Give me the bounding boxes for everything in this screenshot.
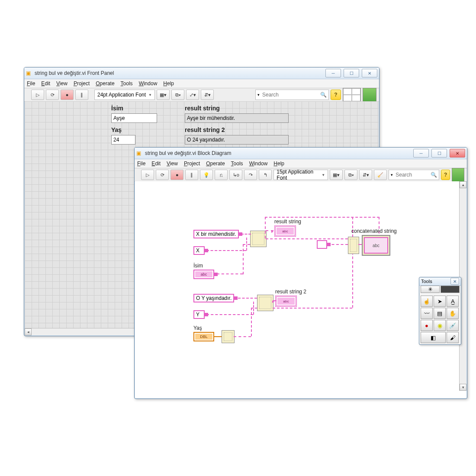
distribute-button[interactable]: ⧉▾ <box>344 170 357 180</box>
menu-file[interactable]: File <box>27 80 35 87</box>
search-icon[interactable]: 🔍 <box>320 92 327 98</box>
connector-pane[interactable] <box>343 88 361 102</box>
font-selector[interactable]: 24pt Application Font ▼ <box>94 90 155 100</box>
control-terminal-yas[interactable]: DBL <box>193 332 214 341</box>
probe-tool-icon[interactable]: ◉ <box>434 320 446 331</box>
block-diagram-menubar[interactable]: File Edit View Project Operate Tools Win… <box>135 159 467 168</box>
control-yas[interactable]: 24 <box>111 135 135 145</box>
block-diagram-titlebar[interactable]: string bul ve değiştir.vi Block Diagram … <box>135 148 467 159</box>
menu-view[interactable]: View <box>167 161 178 167</box>
search-dd-icon[interactable]: ▾ <box>257 93 260 97</box>
pause-button[interactable]: ∥ <box>75 90 88 100</box>
menu-edit[interactable]: Edit <box>151 161 161 167</box>
label-yas: Yaş <box>111 126 122 133</box>
shortcut-tool-icon[interactable]: ▤ <box>434 308 446 319</box>
menu-tools[interactable]: Tools <box>121 80 133 87</box>
reorder-button[interactable]: ⇵▾ <box>201 90 214 100</box>
menu-operate[interactable]: Operate <box>96 80 114 87</box>
help-button[interactable]: ? <box>441 170 450 180</box>
color-tool-brush-icon[interactable]: 🖌 <box>447 332 459 343</box>
search-input[interactable] <box>261 91 318 98</box>
align-button[interactable]: ▦▾ <box>330 170 343 180</box>
text-tool-icon[interactable]: A̲ <box>447 296 459 307</box>
label-isim: İsim <box>111 105 123 112</box>
color-tool-bg-icon[interactable]: ◧ <box>421 332 446 343</box>
string-constant-sentence2[interactable]: O Y yaşındadır. <box>193 294 234 302</box>
scroll-up-icon[interactable]: ▴ <box>460 181 466 188</box>
scroll-tool-icon[interactable]: ✋ <box>447 308 459 319</box>
run-button[interactable]: ▷ <box>31 90 44 100</box>
front-panel-menubar[interactable]: File Edit View Project Operate Tools Win… <box>24 79 379 88</box>
search-icon[interactable]: 🔍 <box>431 172 437 178</box>
block-diagram-area[interactable]: X bir mühendistir. X İsim abc result str… <box>135 181 466 398</box>
step-over-button[interactable]: ↷ <box>244 170 257 180</box>
breakpoint-tool-icon[interactable]: ● <box>421 320 433 331</box>
control-terminal-isim[interactable]: abc <box>193 270 214 279</box>
distribute-button[interactable]: ⧉▾ <box>171 90 184 100</box>
search-replace-node-1[interactable] <box>250 231 267 247</box>
highlight-exec-button[interactable]: 💡 <box>200 170 213 180</box>
concat-strings-node[interactable] <box>348 237 359 254</box>
menu-file[interactable]: File <box>137 161 145 167</box>
wiring-tool-icon[interactable]: 〰 <box>421 308 433 319</box>
resize-button[interactable]: ⤢▾ <box>186 90 199 100</box>
string-constant-empty[interactable] <box>317 240 327 249</box>
minimize-button[interactable]: ─ <box>325 69 341 77</box>
menu-help[interactable]: Help <box>163 80 174 87</box>
close-button[interactable]: ✕ <box>362 69 377 77</box>
search-dd-icon[interactable]: ▾ <box>391 173 393 177</box>
maximize-button[interactable]: ☐ <box>344 69 359 77</box>
menu-window[interactable]: Window <box>139 80 158 87</box>
minimize-button[interactable]: ─ <box>413 149 429 158</box>
search-input[interactable] <box>395 171 429 178</box>
vi-icon[interactable] <box>452 168 464 182</box>
wire <box>217 273 243 274</box>
scroll-down-icon[interactable]: ▾ <box>460 384 466 391</box>
menu-help[interactable]: Help <box>273 161 284 167</box>
menu-project[interactable]: Project <box>74 80 90 87</box>
num-to-str-node[interactable] <box>222 330 235 343</box>
menu-project[interactable]: Project <box>184 161 200 167</box>
search-replace-node-2[interactable] <box>257 295 273 311</box>
abort-button[interactable]: ● <box>170 170 183 180</box>
control-isim[interactable]: Ayşe <box>111 113 157 123</box>
vi-icon[interactable] <box>363 88 376 102</box>
menu-view[interactable]: View <box>56 80 68 87</box>
string-constant-sentence1[interactable]: X bir mühendistir. <box>193 230 239 238</box>
front-panel-titlebar[interactable]: string bul ve değiştir.vi Front Panel ─ … <box>24 68 379 79</box>
color-copy-tool-icon[interactable]: 💉 <box>447 320 459 331</box>
search-box[interactable]: ▾ 🔍 <box>389 170 439 180</box>
label-result-string-2: result string 2 <box>275 289 306 295</box>
retain-values-button[interactable]: ⎌ <box>215 170 228 180</box>
maximize-button[interactable]: ☐ <box>431 149 447 158</box>
abort-button[interactable]: ● <box>61 90 74 100</box>
position-tool-icon[interactable]: ➤ <box>434 296 446 307</box>
font-selector[interactable]: 15pt Application Font ▼ <box>273 170 328 180</box>
run-button[interactable]: ▷ <box>141 170 154 180</box>
close-button[interactable]: ✕ <box>450 149 465 158</box>
align-button[interactable]: ▦▾ <box>157 90 170 100</box>
run-continuous-button[interactable]: ⟳ <box>156 170 169 180</box>
operate-tool-icon[interactable]: ☝ <box>421 296 433 307</box>
string-constant-y[interactable]: Y <box>193 310 205 319</box>
run-continuous-button[interactable]: ⟳ <box>46 90 59 100</box>
reorder-button[interactable]: ⇵▾ <box>359 170 372 180</box>
help-button[interactable]: ? <box>331 90 341 100</box>
search-box[interactable]: ▾ 🔍 <box>255 90 329 100</box>
step-into-button[interactable]: ↳o <box>229 170 242 180</box>
string-constant-x[interactable]: X <box>193 246 205 255</box>
menu-tools[interactable]: Tools <box>231 161 243 167</box>
indicator-terminal-concat[interactable] <box>362 235 390 256</box>
menu-window[interactable]: Window <box>249 161 268 167</box>
tools-palette[interactable]: Tools ✕ ✳ ☝ ➤ A̲ 〰 ▤ ✋ ● ◉ 💉 ◧ 🖌 <box>419 277 461 345</box>
menu-operate[interactable]: Operate <box>206 161 225 167</box>
close-button[interactable]: ✕ <box>450 278 459 285</box>
scroll-left-icon[interactable]: ◂ <box>25 328 32 335</box>
cleanup-button[interactable]: 🧹 <box>374 170 387 180</box>
indicator-terminal-result1[interactable]: abc <box>274 225 296 237</box>
step-out-button[interactable]: ↰ <box>259 170 272 180</box>
auto-tool-button[interactable]: ✳ <box>421 286 440 293</box>
menu-edit[interactable]: Edit <box>41 80 50 87</box>
indicator-terminal-result2[interactable]: abc <box>275 296 297 307</box>
pause-button[interactable]: ∥ <box>185 170 198 180</box>
